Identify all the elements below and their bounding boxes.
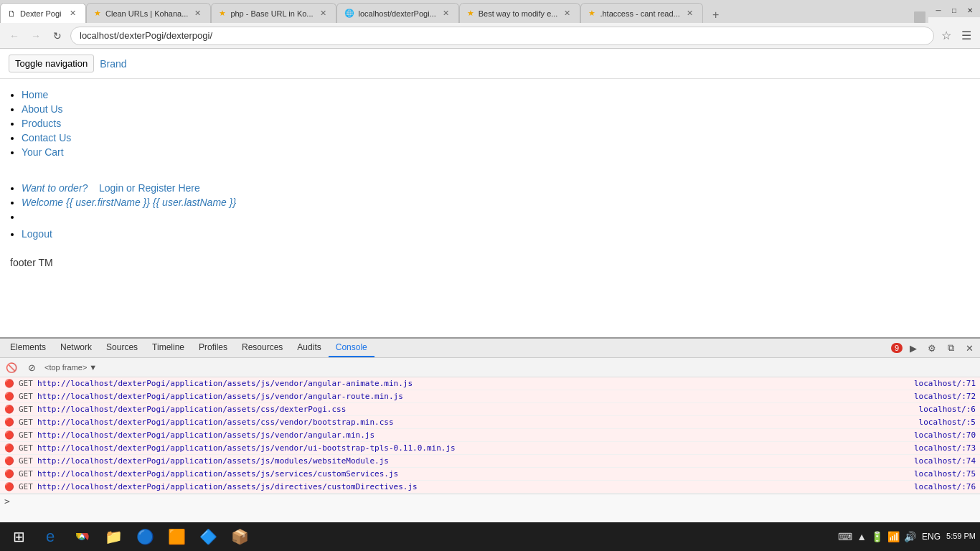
nav-link-cart[interactable]: Your Cart <box>22 146 64 158</box>
volume-icon[interactable]: 🔊 <box>904 531 916 542</box>
taskbar-app6[interactable]: 🔷 <box>194 524 222 550</box>
keyboard-icon[interactable]: ⌨ <box>838 531 852 542</box>
maximize-button[interactable]: □ <box>947 3 961 17</box>
auth-link-logout[interactable]: Logout <box>22 228 52 240</box>
console-url[interactable]: http://localhost/dexterPogi/application/… <box>37 482 910 491</box>
devtools-tab-console[interactable]: Console <box>329 339 374 357</box>
taskbar-app5[interactable]: 🟧 <box>162 524 191 550</box>
back-button[interactable]: ← <box>6 27 23 44</box>
tab-htaccess[interactable]: ★ .htaccess - cant read... ✕ <box>580 3 702 23</box>
auth-item-logout: Logout <box>22 228 958 240</box>
auth-link-welcome[interactable]: Welcome {{ user.firstName }} {{ user.las… <box>22 197 236 208</box>
nav-link-about[interactable]: About Us <box>22 103 63 115</box>
taskbar-app7[interactable]: 📦 <box>225 524 254 550</box>
tab-clean-urls[interactable]: ★ Clean URLs | Kohana... ✕ <box>86 3 211 23</box>
taskbar-time: 5:59 PM <box>946 531 976 542</box>
tab-scrollbar[interactable] <box>914 11 925 23</box>
console-url[interactable]: http://localhost/dexterPogi/application/… <box>37 456 910 466</box>
taskbar-ie-icon[interactable]: e <box>36 524 65 550</box>
devtools-run-icon[interactable]: ▶ <box>905 340 921 356</box>
console-location[interactable]: localhost/:76 <box>914 482 976 491</box>
console-method: GET <box>19 392 33 401</box>
console-location[interactable]: localhost/:6 <box>919 405 976 414</box>
tab-favicon: 🗋 <box>8 9 16 18</box>
taskbar-folder-icon[interactable]: 📁 <box>99 524 128 550</box>
tab-php-base-url[interactable]: ★ php - Base URL in Ko... ✕ <box>211 3 336 23</box>
console-url[interactable]: http://localhost/dexterPogi/application/… <box>37 418 915 427</box>
console-method: GET <box>19 482 33 491</box>
devtools-close-icon[interactable]: ✕ <box>961 340 977 356</box>
console-url[interactable]: http://localhost/dexterPogi/application/… <box>37 469 910 479</box>
console-location[interactable]: localhost/:73 <box>914 443 976 453</box>
menu-button[interactable]: ☰ <box>958 29 974 42</box>
tab-close[interactable]: ✕ <box>684 8 695 19</box>
tab-label: Dexter Pogi <box>20 9 63 18</box>
nav-item-about: About Us <box>22 103 958 115</box>
nav-link-home[interactable]: Home <box>22 89 48 100</box>
taskbar-app4[interactable]: 🔵 <box>131 524 159 550</box>
devtools-tab-elements[interactable]: Elements <box>3 339 53 357</box>
console-url[interactable]: http://localhost/dexterPogi/application/… <box>37 443 910 453</box>
devtools-tab-timeline[interactable]: Timeline <box>145 339 192 357</box>
tab-close[interactable]: ✕ <box>440 8 451 19</box>
console-method: GET <box>19 418 33 427</box>
ie-icon: e <box>46 527 55 546</box>
console-location[interactable]: localhost/:74 <box>914 456 976 466</box>
tab-close[interactable]: ✕ <box>67 8 78 19</box>
console-location[interactable]: localhost/:71 <box>914 379 976 388</box>
devtools-toolbar: 🚫 ⊘ <top frame> ▼ <box>0 358 980 377</box>
nav-link-products[interactable]: Products <box>22 118 61 129</box>
auth-item-welcome: Welcome {{ user.firstName }} {{ user.las… <box>22 197 958 208</box>
devtools-clear-btn[interactable]: 🚫 <box>4 360 19 375</box>
devtools-tab-resources[interactable]: Resources <box>235 339 290 357</box>
console-url[interactable]: http://localhost/dexterPogi/application/… <box>37 405 915 414</box>
windows-logo-icon: ⊞ <box>13 528 25 545</box>
taskbar-clock[interactable]: 5:59 PM <box>946 531 976 542</box>
address-box[interactable]: localhost/dexterPogi/dexterpogi/ <box>70 27 934 45</box>
refresh-button[interactable]: ↻ <box>49 27 66 44</box>
notification-icon[interactable]: ▲ <box>857 531 867 542</box>
tab-best-way[interactable]: ★ Best way to modify e... ✕ <box>459 3 581 23</box>
address-bar-row: ← → ↻ localhost/dexterPogi/dexterpogi/ ☆… <box>0 23 980 49</box>
devtools-tab-profiles[interactable]: Profiles <box>192 339 235 357</box>
console-location[interactable]: localhost/:70 <box>914 430 976 440</box>
devtools-tab-sources[interactable]: Sources <box>99 339 145 357</box>
brand-link[interactable]: Brand <box>100 58 126 70</box>
console-method: GET <box>19 430 33 440</box>
tab-localhost[interactable]: 🌐 localhost/dexterPogi... ✕ <box>336 3 459 23</box>
network-icon[interactable]: 📶 <box>887 531 900 542</box>
tab-close[interactable]: ✕ <box>192 8 203 19</box>
devtools-tab-audits[interactable]: Audits <box>290 339 328 357</box>
console-input[interactable] <box>13 496 976 506</box>
console-location[interactable]: localhost/:72 <box>914 392 976 401</box>
want-to-order-text: Want to order? <box>22 182 88 194</box>
battery-icon[interactable]: 🔋 <box>871 531 883 542</box>
devtools-dock-icon[interactable]: ⧉ <box>943 340 958 356</box>
console-location[interactable]: localhost/:75 <box>914 469 976 479</box>
close-button[interactable]: ✕ <box>963 3 977 17</box>
devtools-settings-icon[interactable]: ⚙ <box>924 340 940 356</box>
tab-dexter-pogi[interactable]: 🗋 Dexter Pogi ✕ <box>0 3 86 23</box>
toggle-navigation-button[interactable]: Toggle navigation <box>9 55 94 72</box>
console-url[interactable]: http://localhost/dexterPogi/application/… <box>37 392 910 401</box>
bookmark-star[interactable]: ☆ <box>938 29 954 42</box>
error-icon: 🔴 <box>4 418 14 427</box>
auth-link-order[interactable]: Want to order? Login or Register Here <box>22 182 200 194</box>
tab-close[interactable]: ✕ <box>562 8 573 19</box>
tab-close[interactable]: ✕ <box>318 8 329 19</box>
console-url[interactable]: http://localhost/dexterPogi/application/… <box>37 430 910 440</box>
taskbar-chrome-icon[interactable] <box>67 524 96 550</box>
devtools-filter-btn[interactable]: ⊘ <box>24 360 39 375</box>
console-url[interactable]: http://localhost/dexterPogi/application/… <box>37 379 910 388</box>
console-location[interactable]: localhost/:5 <box>919 418 976 427</box>
new-tab-button[interactable]: + <box>706 7 726 23</box>
start-button[interactable]: ⊞ <box>4 525 33 548</box>
frame-selector[interactable]: <top frame> ▼ <box>44 363 97 372</box>
devtools-tab-network[interactable]: Network <box>53 339 99 357</box>
console-method: GET <box>19 469 33 479</box>
console-row: 🔴 GET http://localhost/dexterPogi/applic… <box>0 377 980 390</box>
nav-link-contact[interactable]: Contact Us <box>22 132 71 143</box>
forward-button[interactable]: → <box>27 27 44 44</box>
minimize-button[interactable]: ─ <box>931 3 946 17</box>
tab-favicon: ★ <box>94 9 101 18</box>
